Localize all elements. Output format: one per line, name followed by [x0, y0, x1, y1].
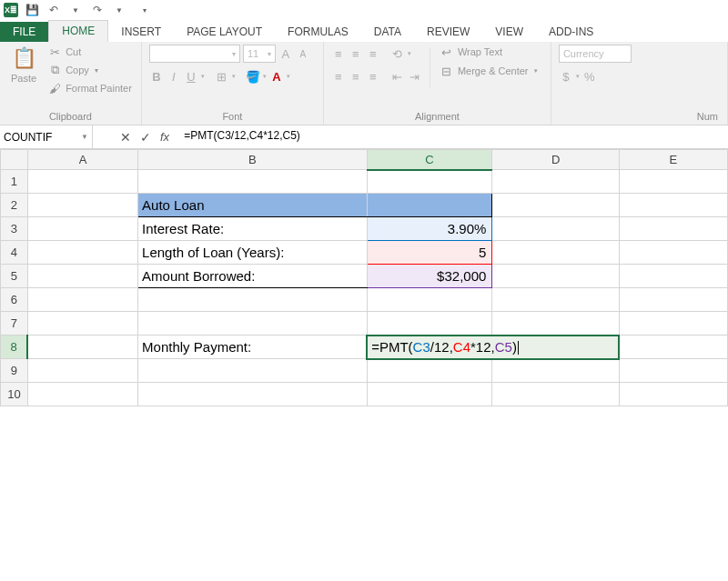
decrease-indent-icon[interactable]: ⇤ [390, 69, 405, 84]
enter-icon[interactable]: ✓ [140, 130, 151, 145]
col-header[interactable]: E [619, 150, 727, 170]
cell[interactable] [138, 383, 368, 406]
select-all-corner[interactable] [1, 150, 28, 170]
align-middle-icon[interactable]: ≡ [349, 46, 363, 61]
bold-button[interactable]: B [149, 69, 164, 84]
tab-file[interactable]: FILE [0, 22, 48, 42]
copy-button[interactable]: ⧉Copy▾ [46, 62, 134, 78]
paste-button[interactable]: 📋 Paste [7, 44, 40, 85]
cell[interactable] [27, 241, 137, 265]
cell-c5[interactable]: $32,000 [367, 265, 492, 288]
cell-b3[interactable]: Interest Rate: [138, 217, 368, 241]
tab-view[interactable]: VIEW [482, 22, 536, 42]
font-name-combo[interactable]: ▾ [149, 45, 240, 63]
customize-qat-icon[interactable]: ▾ [136, 2, 153, 18]
dropdown-icon[interactable]: ▼ [67, 2, 84, 18]
row-header[interactable]: 6 [1, 288, 28, 312]
cell[interactable] [492, 288, 619, 312]
tab-data[interactable]: DATA [361, 22, 414, 42]
align-right-icon[interactable]: ≡ [366, 69, 380, 84]
cell[interactable] [619, 194, 727, 217]
italic-button[interactable]: I [167, 69, 181, 84]
cell[interactable] [492, 359, 619, 383]
increase-indent-icon[interactable]: ⇥ [408, 69, 422, 84]
merge-center-button[interactable]: ⊟Merge & Center▾ [438, 63, 540, 79]
cancel-icon[interactable]: ✕ [120, 130, 131, 145]
cell[interactable] [619, 288, 727, 312]
cell[interactable] [619, 265, 727, 288]
tab-page-layout[interactable]: PAGE LAYOUT [174, 22, 275, 42]
cell[interactable] [619, 241, 727, 265]
cell[interactable] [619, 336, 727, 359]
save-icon[interactable]: 💾 [24, 2, 40, 18]
row-header[interactable]: 9 [1, 359, 28, 383]
row-header[interactable]: 2 [1, 194, 28, 217]
number-format-combo[interactable]: Currency [559, 45, 632, 63]
col-header[interactable]: B [138, 150, 368, 170]
cell[interactable] [27, 265, 137, 288]
tab-insert[interactable]: INSERT [108, 22, 174, 42]
cell[interactable] [27, 336, 137, 359]
align-bottom-icon[interactable]: ≡ [366, 46, 380, 61]
font-size-combo[interactable]: 11▾ [243, 45, 276, 63]
align-left-icon[interactable]: ≡ [331, 69, 346, 84]
col-header[interactable]: C [367, 150, 492, 170]
currency-icon[interactable]: $ [559, 69, 573, 84]
row-header[interactable]: 3 [1, 217, 28, 241]
tab-addins[interactable]: ADD-INS [536, 22, 606, 42]
decrease-font-icon[interactable]: A [296, 46, 310, 61]
cell[interactable] [27, 217, 137, 241]
underline-button[interactable]: U [184, 69, 198, 84]
tab-review[interactable]: REVIEW [414, 22, 482, 42]
orientation-icon[interactable]: ⟲ [390, 46, 405, 61]
cell-b8[interactable]: Monthly Payment: [138, 336, 368, 359]
format-painter-button[interactable]: 🖌Format Painter [46, 80, 134, 96]
undo-icon[interactable]: ↶ [46, 2, 62, 18]
align-top-icon[interactable]: ≡ [331, 46, 346, 61]
row-header[interactable]: 5 [1, 265, 28, 288]
cell[interactable] [619, 383, 727, 406]
cell-b5[interactable]: Amount Borrowed: [138, 265, 368, 288]
cell-c8-active[interactable]: =PMT(C3/12,C4*12,C5) [367, 336, 619, 359]
border-button[interactable]: ⊞ [215, 69, 229, 84]
cell-c3[interactable]: 3.90% [367, 217, 492, 241]
row-header[interactable]: 10 [1, 383, 28, 406]
cell[interactable] [367, 359, 492, 383]
chevron-down-icon[interactable]: ▼ [81, 133, 88, 141]
cell[interactable] [27, 288, 137, 312]
cell-b4[interactable]: Length of Loan (Years): [138, 241, 368, 265]
spreadsheet-grid[interactable]: A B C D E 1 2 Auto Loan 3 Interest Rate:… [0, 149, 728, 406]
align-center-icon[interactable]: ≡ [349, 69, 363, 84]
row-header[interactable]: 7 [1, 312, 28, 336]
cell[interactable] [27, 170, 137, 194]
fx-icon[interactable]: fx [160, 130, 169, 144]
cell[interactable] [27, 359, 137, 383]
cell[interactable] [619, 312, 727, 336]
cell[interactable] [619, 170, 727, 194]
cell[interactable] [367, 383, 492, 406]
dropdown-icon[interactable]: ▼ [111, 2, 127, 18]
percent-icon[interactable]: % [582, 69, 597, 84]
cell[interactable] [138, 312, 368, 336]
row-header[interactable]: 8 [1, 336, 28, 359]
cell[interactable] [492, 312, 619, 336]
cell[interactable] [367, 312, 492, 336]
cell[interactable] [619, 359, 727, 383]
cell[interactable] [367, 288, 492, 312]
cell[interactable] [138, 288, 368, 312]
cell[interactable] [492, 217, 619, 241]
cell[interactable] [367, 170, 492, 194]
tab-formulas[interactable]: FORMULAS [275, 22, 361, 42]
cell[interactable] [492, 265, 619, 288]
cell[interactable] [27, 383, 137, 406]
cell[interactable] [492, 383, 619, 406]
cell[interactable] [27, 312, 137, 336]
font-color-button[interactable]: A [269, 69, 284, 84]
wrap-text-button[interactable]: ↩Wrap Text [438, 44, 540, 60]
row-header[interactable]: 1 [1, 170, 28, 194]
name-box[interactable]: COUNTIF ▼ [0, 125, 93, 148]
cell[interactable] [138, 359, 368, 383]
row-header[interactable]: 4 [1, 241, 28, 265]
cut-button[interactable]: ✂Cut [46, 44, 134, 60]
increase-font-icon[interactable]: A [278, 46, 293, 61]
